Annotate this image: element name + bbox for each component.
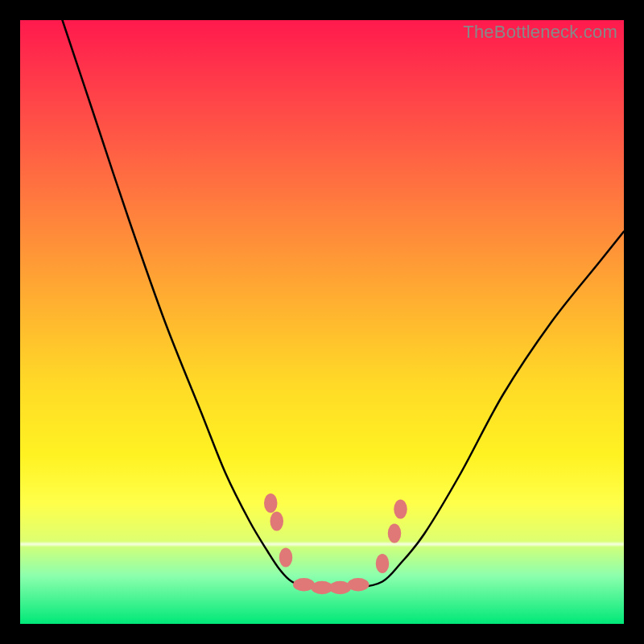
bottleneck-curve-svg (20, 20, 624, 624)
plot-area: TheBottleneck.com (20, 20, 624, 624)
trough-marker (264, 493, 278, 513)
trough-marker (394, 500, 407, 519)
trough-marker (279, 548, 293, 568)
trough-marker (270, 512, 284, 531)
trough-marker (348, 578, 369, 592)
trough-marker (376, 554, 390, 573)
bottleneck-curve (63, 20, 625, 588)
trough-marker (388, 524, 402, 543)
chart-frame: TheBottleneck.com (0, 0, 644, 644)
